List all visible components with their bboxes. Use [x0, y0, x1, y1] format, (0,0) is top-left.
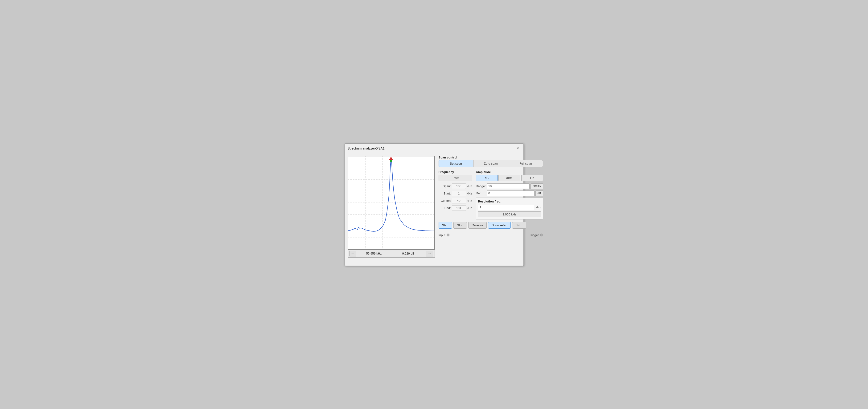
- amplitude-column: Amplitude dB dBm Lin Range: dB/Div: [476, 170, 543, 219]
- start-input[interactable]: [452, 191, 466, 196]
- start-unit: kHz: [467, 192, 472, 195]
- start-button[interactable]: Start: [439, 222, 452, 229]
- span-input[interactable]: [452, 183, 466, 189]
- end-unit: kHz: [467, 206, 472, 210]
- ref-row: Ref: dB: [476, 191, 543, 196]
- main-content: 1 ← 55.959 kHz 9.629 dB → Span control S…: [345, 153, 523, 261]
- span-label: Span:: [439, 184, 451, 188]
- reverse-button[interactable]: Reverse: [468, 222, 487, 229]
- amplitude-label: Amplitude: [476, 170, 543, 174]
- scroll-left-button[interactable]: ←: [349, 251, 356, 257]
- trigger-status: Trigger: [529, 233, 543, 237]
- input-label: Input: [439, 233, 445, 237]
- chart-frequency-display: 55.959 kHz: [357, 252, 391, 255]
- set-button[interactable]: Set...: [512, 222, 526, 229]
- range-row: Range: dB/Div: [476, 183, 543, 189]
- dbm-button[interactable]: dBm: [498, 175, 520, 181]
- end-label: End:: [439, 206, 451, 210]
- span-buttons-group: Set span Zero span Full span: [439, 160, 543, 167]
- ref-input[interactable]: [487, 191, 534, 196]
- start-label: Start:: [439, 192, 451, 195]
- resolution-input-row: kHz: [478, 205, 541, 210]
- input-led: [446, 234, 450, 236]
- resolution-input[interactable]: [478, 205, 534, 210]
- stop-button[interactable]: Stop: [454, 222, 467, 229]
- chart-section: 1 ← 55.959 kHz 9.629 dB →: [348, 156, 435, 258]
- zero-span-button[interactable]: Zero span: [473, 160, 508, 167]
- span-control-label: Span control: [439, 156, 543, 159]
- resolution-display: 1.000 kHz: [478, 211, 541, 217]
- freq-amp-columns: Frequency Enter Span: kHz Start: kHz: [439, 170, 543, 219]
- start-field-row: Start: kHz: [439, 191, 472, 196]
- span-field-row: Span: kHz: [439, 183, 472, 189]
- db-button[interactable]: dB: [476, 175, 497, 181]
- ref-label: Ref:: [476, 192, 486, 195]
- chart-db-display: 9.629 dB: [392, 252, 425, 255]
- enter-button[interactable]: Enter: [439, 175, 472, 181]
- trigger-led: [540, 234, 543, 236]
- show-refer-button[interactable]: Show refer.: [488, 222, 511, 229]
- set-span-button[interactable]: Set span: [439, 160, 473, 167]
- frequency-column: Frequency Enter Span: kHz Start: kHz: [439, 170, 472, 219]
- resolution-unit: kHz: [536, 206, 541, 209]
- scroll-right-button[interactable]: →: [426, 251, 433, 257]
- title-bar: Spectrum analyzer-XSA1 ×: [345, 144, 523, 153]
- lin-button[interactable]: Lin: [521, 175, 543, 181]
- main-window: Spectrum analyzer-XSA1 ×: [345, 143, 524, 266]
- svg-text:1: 1: [390, 157, 392, 160]
- full-span-button[interactable]: Full span: [508, 160, 543, 167]
- window-title: Spectrum analyzer-XSA1: [348, 146, 384, 150]
- chart-footer: ← 55.959 kHz 9.629 dB →: [348, 250, 435, 258]
- frequency-label: Frequency: [439, 170, 472, 174]
- span-unit: kHz: [467, 184, 472, 188]
- end-input[interactable]: [452, 205, 466, 211]
- end-field-row: End: kHz: [439, 205, 472, 211]
- center-unit: kHz: [467, 199, 472, 203]
- center-field-row: Center: kHz: [439, 198, 472, 203]
- action-buttons-group: Start Stop Reverse Show refer. Set...: [439, 222, 543, 229]
- range-input[interactable]: [487, 183, 530, 189]
- ref-unit-button[interactable]: dB: [535, 191, 543, 196]
- input-status: Input: [439, 233, 450, 237]
- close-button[interactable]: ×: [515, 145, 521, 151]
- range-label: Range:: [476, 184, 486, 188]
- resolution-label: Resolution freq:: [478, 200, 541, 203]
- center-input[interactable]: [452, 198, 466, 203]
- status-row: Input Trigger: [439, 232, 543, 238]
- chart-display: 1: [348, 156, 435, 250]
- svg-rect-14: [390, 160, 392, 162]
- controls-section: Span control Set span Zero span Full spa…: [439, 156, 543, 258]
- amplitude-buttons-group: dB dBm Lin: [476, 175, 543, 181]
- resolution-section: Resolution freq: kHz 1.000 kHz: [476, 198, 543, 219]
- range-unit-button[interactable]: dB/Div: [530, 183, 543, 189]
- spectrum-chart: 1: [348, 156, 434, 249]
- trigger-label: Trigger: [529, 233, 539, 237]
- span-control: Span control Set span Zero span Full spa…: [439, 156, 543, 167]
- center-label: Center:: [439, 199, 451, 203]
